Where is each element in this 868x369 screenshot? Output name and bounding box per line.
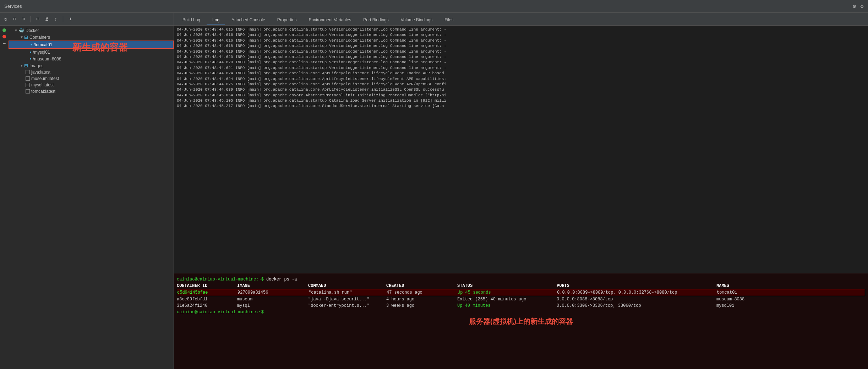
mysql-img-checkbox: [26, 83, 30, 87]
main-content: ↻ ⊟ ⊞ ⊞ ⊻ ↕ + — ▼ 🐳 Docker: [0, 13, 868, 369]
terminal-command: docker ps -a: [264, 277, 297, 282]
log-line: 04-Jun-2020 07:48:44.624 INFO [main] org…: [174, 76, 868, 82]
images-arrow: ▼: [20, 64, 24, 68]
museum-img-checkbox: [26, 76, 30, 81]
log-line: 04-Jun-2020 07:48:44.624 INFO [main] org…: [174, 71, 868, 76]
tab-attached-console[interactable]: Attached Console: [226, 15, 271, 25]
tab-volume-bindings[interactable]: Volume Bindings: [395, 15, 438, 25]
museum-img-label: museum:latest: [31, 76, 59, 81]
containers-arrow: ▼: [20, 35, 24, 39]
services-title: Services: [4, 4, 22, 9]
refresh-icon[interactable]: ↻: [3, 15, 9, 23]
terminal-final-prompt-text: cainiao@cainiao-virtual-machine:~$: [177, 310, 264, 315]
status-green-dot: [2, 28, 6, 32]
tomcat-img-label: tomcat:latest: [31, 89, 55, 94]
top-bar-icons: ⊕ ⚙: [853, 3, 864, 10]
log-line: 04-Jun-2020 07:48:44.616 INFO [main] org…: [174, 38, 868, 43]
images-folder-icon: ⊞: [24, 63, 28, 68]
tree-item-tomcat01[interactable]: ▪ /tomcat01: [9, 41, 174, 49]
bottom-terminal: cainiao@cainiao-virtual-machine:~$ docke…: [174, 273, 868, 369]
tree-item-mysql01[interactable]: ▪ /mysql01: [9, 49, 174, 55]
tree-item-mysql-img[interactable]: mysql:latest: [9, 82, 174, 88]
log-line: 04-Jun-2020 07:48:44.620 INFO [main] org…: [174, 54, 868, 60]
tree-item-java[interactable]: java:latest: [9, 69, 174, 75]
log-line: 04-Jun-2020 07:48:44.620 INFO [main] org…: [174, 60, 868, 65]
gear-icon[interactable]: ⚙: [860, 3, 864, 10]
tab-port-bindings[interactable]: Port Bindings: [357, 15, 394, 25]
tree-item-images[interactable]: ▼ ⊞ Images: [9, 62, 174, 69]
terminal-content: cainiao@cainiao-virtual-machine:~$ docke…: [174, 273, 868, 369]
mysql01-label: /mysql01: [33, 50, 50, 55]
filter-icon[interactable]: ⊻: [44, 15, 50, 23]
docker-arrow: ▼: [14, 28, 18, 32]
containers-label: Containers: [29, 35, 50, 40]
tab-properties[interactable]: Properties: [272, 15, 302, 25]
tomcat01-icon: ▪: [31, 42, 32, 47]
terminal-command-line: cainiao@cainiao-virtual-machine:~$ docke…: [177, 276, 865, 283]
tab-env-vars[interactable]: Environment Variables: [303, 15, 357, 25]
toolbar-sep2: [63, 16, 63, 22]
java-label: java:latest: [31, 70, 50, 75]
annotation-server-container: 服务器(虚拟机)上的新生成的容器: [177, 315, 865, 328]
terminal-table-row: a8ce89febfd1museum"java -Djava.securit..…: [177, 296, 865, 303]
collapse-all-icon[interactable]: ⊟: [11, 15, 17, 23]
tree-item-museum[interactable]: ▪ /museum-8088: [9, 55, 174, 62]
containers-folder-icon: ⊞: [24, 34, 28, 40]
add-icon[interactable]: +: [67, 16, 73, 23]
log-line: 04-Jun-2020 07:48:44.618 INFO [main] org…: [174, 43, 868, 49]
left-panel: ↻ ⊟ ⊞ ⊞ ⊻ ↕ + — ▼ 🐳 Docker: [0, 13, 174, 369]
globe-icon[interactable]: ⊕: [853, 3, 856, 10]
tomcat-img-checkbox: [26, 89, 30, 93]
grid-icon[interactable]: ⊞: [35, 15, 40, 23]
java-checkbox: [26, 70, 30, 74]
tree-area: ▼ 🐳 Docker ▼ ⊞ Containers ▪ /tomcat01: [9, 26, 174, 369]
tab-bar: Build Log Log Attached Console Propertie…: [174, 13, 868, 26]
toolbar-sep1: [30, 16, 31, 22]
tomcat01-wrapper: ▪ /tomcat01 新生成的容器: [9, 41, 174, 49]
tree-item-docker[interactable]: ▼ 🐳 Docker: [9, 27, 174, 34]
status-red-dot: [2, 35, 6, 38]
tab-build-log[interactable]: Build Log: [177, 15, 206, 25]
log-line: 04-Jun-2020 07:48:44.615 INFO [main] org…: [174, 27, 868, 32]
left-main-area: — ▼ 🐳 Docker ▼ ⊞ Containers: [0, 26, 174, 369]
terminal-final-prompt: cainiao@cainiao-virtual-machine:~$: [177, 309, 865, 315]
tree-item-tomcat-img[interactable]: tomcat:latest: [9, 88, 174, 95]
terminal-table-row: c5d94145bfae927899a31456"catalina.sh run…: [177, 289, 865, 296]
log-line: 04-Jun-2020 07:48:45.217 INFO [main] org…: [174, 103, 868, 109]
log-line: 04-Jun-2020 07:48:44.621 INFO [main] org…: [174, 65, 868, 71]
right-panel: Build Log Log Attached Console Propertie…: [174, 13, 868, 369]
museum-icon: ▪: [30, 56, 32, 62]
side-indicator: —: [0, 26, 9, 369]
museum-label: /museum-8088: [33, 57, 61, 62]
terminal-prompt: cainiao@cainiao-virtual-machine:~$: [177, 277, 264, 282]
images-label: Images: [29, 63, 43, 68]
status-dash: —: [3, 41, 5, 46]
terminal-table-header: CONTAINER IDIMAGECOMMANDCREATEDSTATUSPOR…: [177, 283, 865, 289]
mysql01-icon: ▪: [30, 49, 32, 55]
docker-label: Docker: [26, 28, 39, 33]
log-line: 04-Jun-2020 07:48:44.625 INFO [main] org…: [174, 82, 868, 87]
sort-icon[interactable]: ↕: [53, 16, 59, 23]
services-toolbar: Services ⊕ ⚙: [0, 0, 868, 13]
log-line: 04-Jun-2020 07:48:44.616 INFO [main] org…: [174, 32, 868, 38]
log-content: 04-Jun-2020 07:48:44.615 INFO [main] org…: [174, 26, 868, 273]
log-line: 04-Jun-2020 07:48:45.054 INFO [main] org…: [174, 93, 868, 98]
tree-item-containers[interactable]: ▼ ⊞ Containers: [9, 34, 174, 41]
terminal-table-row: 31e6a24f1240mysql"docker-entrypoint.s...…: [177, 303, 865, 309]
tab-log[interactable]: Log: [207, 15, 225, 25]
expand-all-icon[interactable]: ⊞: [20, 15, 26, 23]
left-toolbar: ↻ ⊟ ⊞ ⊞ ⊻ ↕ +: [0, 13, 174, 26]
log-line: 04-Jun-2020 07:48:45.105 INFO [main] org…: [174, 98, 868, 103]
mysql-img-label: mysql:latest: [31, 82, 54, 87]
log-line: 04-Jun-2020 07:48:44.639 INFO [main] org…: [174, 87, 868, 92]
log-line: 04-Jun-2020 07:48:44.619 INFO [main] org…: [174, 49, 868, 54]
tree-item-museum-img[interactable]: museum:latest: [9, 75, 174, 82]
docker-icon: 🐳: [18, 28, 24, 33]
tomcat01-label: /tomcat01: [34, 42, 53, 47]
tab-files[interactable]: Files: [439, 15, 459, 25]
